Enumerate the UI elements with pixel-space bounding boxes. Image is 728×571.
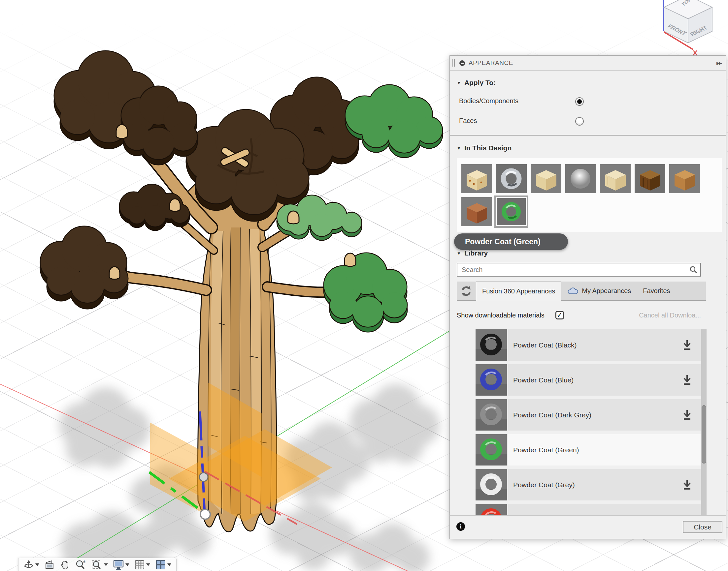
download-icon[interactable]	[682, 479, 692, 490]
zoom-window-button[interactable]	[91, 559, 108, 570]
leaf-green-lower-right	[324, 253, 407, 332]
dropdown-caret-icon[interactable]	[167, 563, 171, 566]
dialog-footer: i Close	[450, 515, 726, 539]
cancel-downloads-link[interactable]: Cancel all Downloa...	[639, 312, 701, 319]
svg-text:±: ±	[83, 559, 85, 564]
zoom-button[interactable]: ±	[75, 559, 86, 570]
swatch-wood-medium-cube[interactable]	[669, 164, 700, 193]
zoom-icon: ±	[75, 559, 86, 570]
dialog-header[interactable]: APPEARANCE ▶▶	[450, 56, 726, 71]
material-thumbnail	[475, 329, 507, 361]
dropdown-caret-icon[interactable]	[35, 563, 39, 566]
materials-scrollbar[interactable]	[701, 329, 707, 515]
material-row[interactable]: Powder Coat (Green)	[475, 434, 701, 465]
search-input[interactable]	[461, 266, 689, 274]
triangle-down-icon: ▼	[457, 146, 461, 151]
faces-radio[interactable]	[575, 117, 584, 126]
tab-my-appearances[interactable]: My Appearances	[561, 281, 637, 300]
appearance-dialog: APPEARANCE ▶▶ ▼ Apply To: Bodies/Compone…	[449, 55, 726, 539]
scrollbar-thumb[interactable]	[702, 405, 706, 464]
swatch-wood-dark-walnut-cube[interactable]	[635, 164, 665, 193]
library-section-header[interactable]: ▼ Library	[457, 249, 488, 257]
material-row[interactable]: Powder Coat (Black)	[475, 329, 701, 361]
material-thumbnail	[475, 399, 507, 431]
material-thumbnail	[475, 364, 507, 395]
swatch-wood-pale-cube[interactable]	[600, 164, 631, 193]
swatch-wood-red-brown-cube[interactable]	[461, 197, 492, 226]
navigation-toolbar: ±	[18, 558, 177, 571]
show-downloadable-label: Show downloadable materials	[457, 312, 545, 319]
divider	[450, 135, 726, 136]
close-button[interactable]: Close	[683, 521, 722, 533]
material-thumbnail	[475, 504, 507, 515]
search-box	[457, 263, 701, 276]
info-icon[interactable]: i	[456, 522, 465, 531]
dropdown-caret-icon[interactable]	[125, 563, 129, 566]
display-settings-button[interactable]	[113, 559, 129, 570]
dropdown-caret-icon[interactable]	[104, 563, 108, 566]
minus-circle-icon[interactable]	[459, 60, 465, 66]
swatch-tooltip: Powder Coat (Green)	[454, 233, 568, 250]
material-thumbnail	[475, 469, 507, 500]
display-settings-icon	[113, 559, 124, 570]
triangle-down-icon: ▼	[457, 251, 461, 256]
viewports-icon	[156, 559, 166, 570]
download-icon[interactable]	[682, 340, 692, 351]
orbit-button[interactable]	[23, 559, 39, 570]
in-this-design-section-header[interactable]: ▼ In This Design	[457, 144, 512, 152]
zoom-window-icon	[91, 559, 103, 570]
material-row[interactable]: Powder Coat (Grey)	[475, 469, 701, 500]
refresh-icon[interactable]	[457, 281, 476, 300]
library-tabbar: Fusion 360 Appearances My Appearances Fa…	[457, 281, 706, 301]
tab-fusion-360-appearances[interactable]: Fusion 360 Appearances	[476, 281, 561, 301]
material-row[interactable]: Powder Coat (Dark Grey)	[475, 399, 701, 431]
sketch-point	[200, 509, 210, 519]
material-row[interactable]: Powder Coat (Red)	[475, 504, 701, 515]
material-row[interactable]: Powder Coat (Blue)	[475, 364, 701, 395]
orbit-icon	[23, 559, 34, 570]
swatch-wood-light-cube[interactable]	[531, 164, 561, 193]
view-cube[interactable]: TOP FRONT RIGHT X	[658, 0, 728, 58]
dialog-title: APPEARANCE	[469, 60, 513, 67]
bodies-components-label: Bodies/Components	[459, 97, 519, 105]
faces-label: Faces	[459, 117, 477, 125]
look-at-button[interactable]	[44, 560, 55, 570]
swatch-wood-light-spotted-cube[interactable]	[461, 164, 492, 193]
cloud-icon	[567, 287, 578, 295]
swatch-chrome-metal-torus[interactable]	[496, 164, 527, 193]
tab-favorites[interactable]: Favorites	[637, 281, 676, 300]
dropdown-caret-icon[interactable]	[146, 563, 150, 566]
grid-settings-button[interactable]	[134, 559, 150, 570]
download-icon[interactable]	[682, 374, 692, 386]
triangle-down-icon: ▼	[457, 81, 461, 85]
search-icon[interactable]	[689, 265, 698, 274]
leaf-green-top-right	[346, 85, 442, 157]
look-at-icon	[44, 560, 55, 570]
show-downloadable-checkbox[interactable]: ✓	[555, 311, 564, 320]
collapse-panel-icon[interactable]: ▶▶	[716, 61, 721, 66]
origin-point	[199, 473, 208, 481]
drag-grip-icon[interactable]	[452, 60, 455, 67]
bodies-components-radio[interactable]	[575, 97, 584, 106]
materials-list: Powder Coat (Black) Powder Coat (Blue)	[475, 329, 701, 515]
swatch-default-grey-sphere[interactable]	[565, 164, 596, 193]
pan-button[interactable]	[60, 559, 70, 570]
grid-settings-icon	[134, 559, 145, 570]
viewports-button[interactable]	[156, 559, 171, 570]
pan-icon	[60, 559, 70, 570]
swatch-powder-coat-green-torus[interactable]	[496, 197, 527, 226]
show-downloadable-row: Show downloadable materials ✓ Cancel all…	[457, 310, 701, 321]
download-icon[interactable]	[682, 410, 692, 421]
apply-to-section-header[interactable]: ▼ Apply To:	[457, 79, 496, 87]
in-design-swatches	[457, 158, 722, 232]
material-thumbnail	[475, 434, 507, 465]
